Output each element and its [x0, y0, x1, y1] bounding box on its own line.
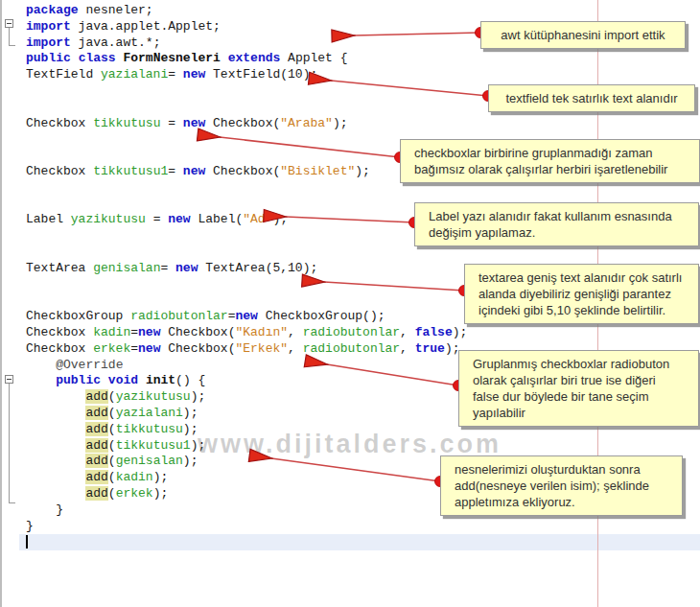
- code-token: );: [183, 454, 198, 468]
- highlighted-occurrence: add: [85, 486, 107, 501]
- code-token: new: [138, 341, 160, 356]
- code-line: Checkbox kadin=new Checkbox("Kadın", rad…: [26, 325, 467, 341]
- code-token: "Bisiklet": [280, 164, 355, 178]
- code-token: [101, 373, 108, 387]
- code-token: TextArea: [26, 261, 93, 275]
- callout-text: Gruplanmış checkboxlar radiobuton: [473, 356, 685, 372]
- ide-editor-screenshot: package nesneler;import java.applet.Appl…: [0, 0, 700, 607]
- code-token: Applet {: [280, 51, 347, 65]
- code-line: add(erkek);: [26, 486, 467, 502]
- code-token: "Araba": [280, 116, 333, 130]
- code-token: [71, 51, 79, 65]
- code-token: new: [168, 212, 190, 226]
- code-token: [221, 51, 228, 65]
- code-token: [26, 438, 85, 453]
- code-token: =: [160, 116, 182, 130]
- code-token: import: [26, 19, 71, 34]
- code-line: [26, 228, 467, 245]
- code-line: public void init() {: [26, 373, 467, 389]
- code-line: add(kadin);: [26, 470, 467, 486]
- code-token: );: [445, 341, 460, 356]
- code-token: (: [108, 422, 116, 436]
- code-token: [26, 373, 56, 387]
- code-token: );: [191, 389, 206, 404]
- code-token: [138, 373, 146, 387]
- code-token: new: [235, 309, 257, 323]
- highlighted-occurrence: add: [85, 389, 107, 404]
- fold-collapse-icon[interactable]: [5, 19, 13, 28]
- code-token: CheckboxGroup: [26, 309, 130, 323]
- code-token: [26, 358, 56, 372]
- code-token: Checkbox: [26, 164, 93, 178]
- code-token: (: [108, 438, 116, 453]
- code-line: TextArea genisalan= new TextArea(5,10);: [26, 261, 467, 277]
- callout-text: add(nesneye verilen isim); şeklinde: [455, 478, 668, 494]
- code-token: =: [160, 261, 175, 275]
- callout-text: yapılabilir: [473, 405, 685, 421]
- code-line: [26, 131, 467, 148]
- callout-note: textarea geniş text alanıdır çok satırlı…: [464, 264, 699, 324]
- code-token: Label: [26, 212, 71, 226]
- code-token: =: [130, 341, 138, 356]
- code-token: java.applet.Applet;: [71, 19, 221, 34]
- code-token: Checkbox(: [205, 116, 280, 130]
- code-line: import java.applet.Applet;: [26, 19, 467, 35]
- code-line: }: [26, 502, 467, 519]
- code-token: [26, 486, 85, 501]
- code-line: [26, 197, 467, 213]
- callout-text: textarea geniş text alanıdır çok satırlı: [478, 269, 685, 286]
- code-token: new: [183, 67, 205, 82]
- code-line: Label yazikutusu = new Label("Ad");: [26, 212, 467, 228]
- code-line: Checkbox tikkutusu = new Checkbox("Araba…: [26, 116, 467, 132]
- code-token: [26, 389, 85, 404]
- minus-icon: [7, 379, 12, 380]
- code-token: yazikutusu: [116, 389, 191, 404]
- callout-note: awt kütüphanesini import ettik: [480, 21, 686, 49]
- code-token: tikkutusu: [116, 422, 183, 436]
- code-token: );: [153, 470, 169, 484]
- code-token: Checkbox: [26, 341, 93, 356]
- code-token: Checkbox: [26, 116, 93, 130]
- callout-note: textfield tek satırlık text alanıdır: [488, 84, 695, 112]
- code-line: CheckboxGroup radiobutonlar=new Checkbox…: [26, 309, 467, 325]
- code-token: tikkutusu1: [116, 438, 191, 453]
- code-token: erkek: [93, 341, 130, 356]
- code-token: (: [108, 486, 116, 501]
- code-token: "Erkek": [235, 341, 288, 356]
- code-token: extends: [228, 51, 281, 65]
- callout-text: alanda diyebiliriz genişliği parantez: [478, 286, 685, 302]
- code-token: );: [333, 116, 348, 130]
- code-line: Checkbox tikkutusu1= new Checkbox("Bisik…: [26, 164, 467, 180]
- code-token: yazialani: [116, 406, 183, 420]
- code-line: TextField yazialani= new TextField(10);: [26, 67, 467, 83]
- code-token: =: [130, 325, 138, 339]
- code-token: genisalan: [93, 261, 160, 275]
- code-line: [26, 180, 467, 197]
- code-token: false: [415, 325, 453, 339]
- callout-note: Gruplanmış checkboxlar radiobutonolarak …: [458, 350, 699, 427]
- annotation-arrow-dot: [476, 28, 486, 38]
- callout-text: false dur böylede bir tane seçim: [473, 388, 685, 405]
- code-token: =: [146, 212, 168, 226]
- code-token: genisalan: [116, 454, 183, 468]
- code-token: [26, 454, 85, 468]
- code-token: );: [453, 325, 468, 339]
- code-token: new: [138, 325, 160, 339]
- code-token: (: [108, 406, 116, 420]
- right-margin-line: [597, 0, 598, 607]
- code-token: FormNesneleri: [123, 51, 220, 65]
- code-token: Label(: [191, 212, 244, 226]
- fold-guide-line: [9, 384, 15, 503]
- code-editor[interactable]: package nesneler;import java.applet.Appl…: [26, 3, 467, 550]
- code-token: tikkutusu: [93, 116, 160, 130]
- callout-text: appletımıza ekliyoruz.: [455, 494, 668, 510]
- code-token: =: [168, 164, 183, 178]
- code-line: add(yazialani);: [26, 406, 467, 422]
- fold-collapse-icon[interactable]: [5, 375, 13, 384]
- code-token: radiobutonlar: [303, 325, 400, 339]
- code-line: [26, 148, 467, 164]
- code-token: kadin: [93, 325, 130, 339]
- code-line: [26, 277, 467, 293]
- code-line: add(yazikutusu);: [26, 389, 467, 406]
- minus-icon: [7, 23, 12, 24]
